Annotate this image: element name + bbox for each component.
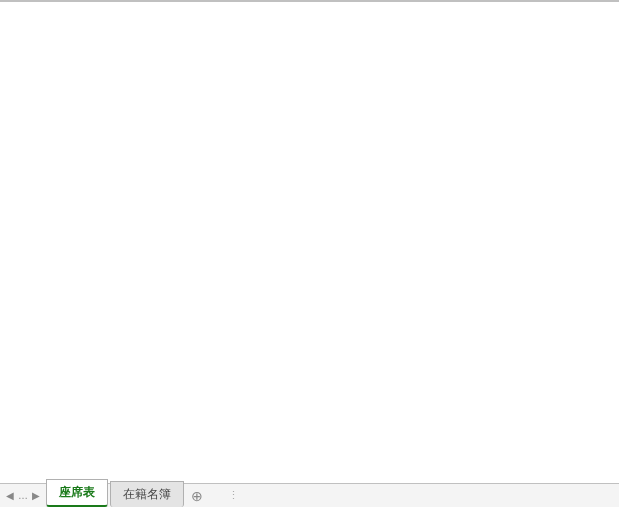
scroll-down-button[interactable]: ▼ [601,1,618,2]
col-header-A[interactable]: A [29,1,47,2]
resize-grip[interactable] [600,0,618,1]
col-header-E[interactable]: E [161,1,223,2]
col-header-I[interactable]: I [337,1,399,2]
col-header-C[interactable]: C [73,1,135,2]
column-headers: ABCDEFGHIJKLMN [1,1,600,2]
col-header-M[interactable]: M [513,1,575,2]
sheet-tab[interactable]: 在籍名簿 [110,481,184,507]
add-sheet-button[interactable]: ⊕ [186,484,208,507]
tab-splitter[interactable]: ⋮ [228,484,241,507]
col-header-D[interactable]: D [135,1,161,2]
worksheet[interactable]: ABCDEFGHIJKLMN 1234567891011121314151617… [0,0,619,2]
sheet-tab-bar: ◀ … ▶ 座席表在籍名簿 ⊕ ⋮ [0,483,619,507]
tab-nav-buttons[interactable]: ◀ … ▶ [0,484,46,507]
col-header-J[interactable]: J [399,1,425,2]
col-header-K[interactable]: K [425,1,487,2]
col-header-L[interactable]: L [487,1,513,2]
tab-prev-icon[interactable]: … [18,490,28,501]
scroll-right-button[interactable]: ▶ [582,0,600,1]
select-all-corner[interactable] [1,1,29,2]
col-header-H[interactable]: H [311,1,337,2]
col-header-B[interactable]: B [47,1,73,2]
tab-first-icon[interactable]: ◀ [6,490,14,501]
scroll-left-button[interactable]: ◀ [379,0,397,1]
tab-next-icon[interactable]: ▶ [32,490,40,501]
col-header-G[interactable]: G [249,1,311,2]
horizontal-scrollbar[interactable]: ◀ ▶ [379,0,600,1]
sheet-tab[interactable]: 座席表 [46,479,108,507]
col-header-N[interactable]: N [575,1,597,2]
col-header-F[interactable]: F [223,1,249,2]
sheet-tabs: 座席表在籍名簿 [46,484,186,507]
